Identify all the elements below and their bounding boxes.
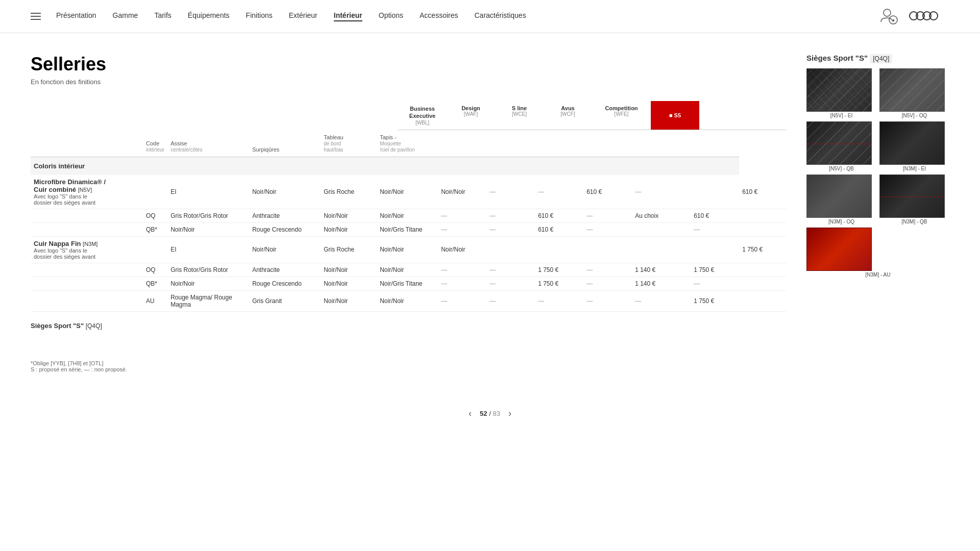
- g1-r1-avus: —: [632, 175, 691, 209]
- g1-r1-s5: 610 €: [739, 175, 786, 209]
- g1-r3-s5: —: [691, 222, 739, 236]
- footer-note1: *Oblige [YYB], [7H8] et [OTL]: [31, 360, 949, 366]
- th-code: Code intérieur: [143, 130, 167, 157]
- header-icons: ★: [880, 7, 949, 27]
- g1-r3-assise: Noir/Noir: [167, 222, 249, 236]
- g2-r3-comp: 1 140 €: [632, 277, 691, 290]
- g2-r2-tapis: Noir/Noir: [377, 263, 438, 277]
- g2-r4-empty: [31, 290, 143, 311]
- section-bottom-title: Sièges Sport "S" [Q4Q]: [31, 322, 786, 330]
- group1-row2: OQ Gris Rotor/Gris Rotor Anthracite Noir…: [31, 209, 786, 222]
- g2-r1-be: [486, 236, 535, 263]
- g1-r1-assise: Noir/Noir: [249, 175, 321, 209]
- th-tableau: Tableau de bord haut/bas: [321, 130, 377, 157]
- page-title: Selleries: [31, 54, 786, 75]
- g1-r3-be: —: [438, 222, 486, 236]
- coloris-label: Coloris intérieur: [31, 157, 739, 175]
- nav-interieur[interactable]: Intérieur: [334, 11, 362, 21]
- group1-title: Microfibre Dinamica® / Cuir combiné [N5V…: [31, 175, 167, 209]
- nav-finitions[interactable]: Finitions: [246, 11, 273, 21]
- group2-row3: QB* Noir/Noir Rouge Crescendo Noir/Noir …: [31, 277, 786, 290]
- th-comp: [632, 130, 691, 157]
- g2-r1-avus: [632, 236, 691, 263]
- g2-r1-design: [535, 236, 583, 263]
- g2-r3-tapis: Noir/Gris Titane: [377, 277, 438, 290]
- finition-s5: ■ S5: [651, 101, 699, 130]
- g1-r1-sline: 610 €: [583, 175, 632, 209]
- g2-r4-code: AU: [143, 290, 167, 311]
- content-area: Selleries En fonction des finitions Busi…: [31, 54, 786, 330]
- g2-r4-assise: Rouge Magma/ Rouge Magma: [167, 290, 249, 311]
- right-panel-title: Sièges Sport "S" [Q4Q]: [806, 54, 949, 62]
- th-s5: [691, 130, 739, 157]
- nav-caracteristiques[interactable]: Caractéristiques: [474, 11, 526, 21]
- g2-r3-code: QB*: [143, 277, 167, 290]
- g1-r3-sline: 610 €: [535, 222, 583, 236]
- next-page-button[interactable]: ›: [508, 408, 511, 419]
- g2-r4-surp: Gris Granit: [249, 290, 321, 311]
- finition-avus: Avus [WCF]: [544, 101, 592, 130]
- th-tapis: Tapis - Moquette /ciel de pavillon: [377, 130, 438, 157]
- thumb-n5v-qb[interactable]: [N5V] - QB: [806, 121, 876, 171]
- g2-r2-avus: —: [583, 263, 632, 277]
- g1-r1-be: —: [486, 175, 535, 209]
- finition-competition: Competition [WFE]: [592, 101, 651, 130]
- g2-r1-s5: 1 750 €: [739, 236, 786, 263]
- g2-r4-tableau: Noir/Noir: [321, 290, 377, 311]
- svg-text:★: ★: [891, 18, 895, 23]
- g2-r4-be: —: [438, 290, 486, 311]
- main-nav: Présentation Gamme Tarifs Équipements Fi…: [56, 11, 880, 21]
- right-panel: Sièges Sport "S" [Q4Q] [N5V] - EI: [806, 54, 949, 330]
- thumb-n3m-qb[interactable]: [N3M] - QB: [879, 174, 949, 224]
- g1-r2-surp: Anthracite: [249, 209, 321, 222]
- g2-r4-design: —: [486, 290, 535, 311]
- g2-r3-s5: —: [691, 277, 739, 290]
- th-surpiqures: Surpiqûres: [249, 130, 321, 157]
- thumb-n3m-ei[interactable]: [N3M] - EI: [879, 121, 949, 171]
- footer-note2: S : proposé en série, — : non proposé.: [31, 366, 949, 372]
- thumb-n3m-oq[interactable]: [N3M] - OQ: [806, 174, 876, 224]
- g1-r3-surp: Rouge Crescendo: [249, 222, 321, 236]
- th-sline: [535, 130, 583, 157]
- g2-r1-code: EI: [167, 236, 249, 263]
- user-icon[interactable]: ★: [880, 7, 898, 27]
- group2-title-row: Cuir Nappa Fin [N3M] Avec logo "S" dans …: [31, 236, 786, 263]
- main-content: Selleries En fonction des finitions Busi…: [0, 33, 980, 350]
- current-page: 52 / 83: [480, 410, 500, 417]
- svg-rect-8: [807, 69, 872, 112]
- thumb-n3m-au[interactable]: [N3M] - AU: [806, 228, 949, 278]
- nav-equipements[interactable]: Équipements: [188, 11, 230, 21]
- th-empty: [31, 130, 143, 157]
- header: Présentation Gamme Tarifs Équipements Fi…: [0, 0, 980, 33]
- g1-r1-surp: Gris Roche: [321, 175, 377, 209]
- finition-sline: S line [WCE]: [495, 101, 544, 130]
- nav-gamme[interactable]: Gamme: [113, 11, 138, 21]
- g2-r2-be: —: [438, 263, 486, 277]
- prev-page-button[interactable]: ‹: [469, 408, 472, 419]
- nav-options[interactable]: Options: [379, 11, 403, 21]
- g1-r3-empty: [31, 222, 143, 236]
- hamburger-menu[interactable]: [31, 13, 41, 20]
- g1-r1-tapis: Noir/Noir: [438, 175, 486, 209]
- thumb-n5v-oq[interactable]: [N5V] - OQ: [879, 68, 949, 118]
- footer-notes: *Oblige [YYB], [7H8] et [OTL] S : propos…: [0, 350, 980, 393]
- audi-logo: [909, 8, 949, 25]
- g1-r2-empty: [31, 209, 143, 222]
- g1-r1-design: —: [535, 175, 583, 209]
- finition-be: Business Executive [WBL]: [398, 101, 447, 130]
- g1-r2-s5: 610 €: [691, 209, 739, 222]
- nav-accessoires[interactable]: Accessoires: [420, 11, 458, 21]
- g1-r3-tableau: Noir/Noir: [321, 222, 377, 236]
- nav-exterieur[interactable]: Extérieur: [289, 11, 317, 21]
- g2-r4-tapis: Noir/Noir: [377, 290, 438, 311]
- g1-r1-comp: [691, 175, 739, 209]
- pagination: ‹ 52 / 83 ›: [0, 393, 980, 429]
- nav-tarifs[interactable]: Tarifs: [154, 11, 171, 21]
- thumb-n5v-ei[interactable]: [N5V] - EI: [806, 68, 876, 118]
- g1-r3-avus: —: [583, 222, 632, 236]
- g2-r3-empty: [31, 277, 143, 290]
- g2-r2-design: —: [486, 263, 535, 277]
- nav-presentation[interactable]: Présentation: [56, 11, 96, 21]
- g1-r2-sline: 610 €: [535, 209, 583, 222]
- g1-r3-tapis: Noir/Gris Titane: [377, 222, 438, 236]
